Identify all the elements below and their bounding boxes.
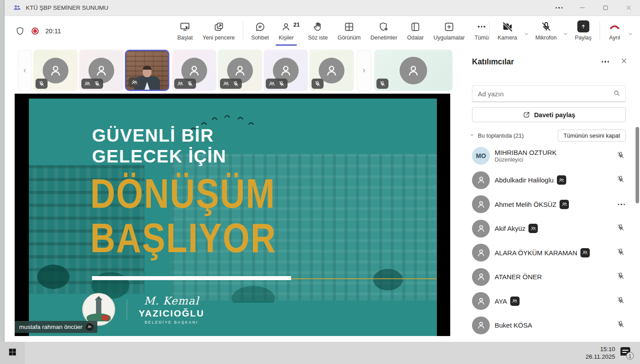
close-button[interactable] — [617, 0, 640, 16]
view-button[interactable]: Görünüm — [332, 16, 365, 46]
meeting-toolbar: 20:11 Başlat Yeni pencere Sohbet 21 — [4, 16, 640, 46]
signature-name: YAZICIOĞLU — [139, 308, 204, 319]
avatar — [472, 244, 490, 261]
screen-share-icon — [179, 21, 191, 32]
apps-button[interactable]: Uygulamalar — [429, 16, 470, 46]
participant-row[interactable]: Abdulkadir Haliloglu — [472, 168, 630, 193]
participant-row[interactable]: MO MIHRIBAN OZTURK Düzenleyici — [472, 144, 630, 168]
mic-off-icon[interactable] — [616, 223, 625, 233]
slide-title-word2: BAŞLIYOR — [90, 218, 276, 258]
system-tray: 15:10 26.11.2025 1 — [585, 342, 634, 364]
participant-tile[interactable] — [79, 50, 124, 91]
people-button[interactable]: 21 Kişiler — [274, 16, 299, 46]
attendee-icon — [131, 79, 138, 86]
avatar — [472, 317, 490, 334]
participant-name: Buket KÖSA — [495, 321, 532, 329]
slide-heading: GÜVENLİ BİR GELECEK İÇİN — [92, 125, 226, 167]
participant-tile[interactable] — [309, 50, 354, 91]
participant-row[interactable]: Ahmet Melih ÖKSÜZ — [472, 192, 630, 217]
participant-tile[interactable] — [172, 50, 216, 91]
presenter-name-pill: mustafa rahman öncüer — [15, 321, 97, 333]
apps-label: Uygulamalar — [434, 35, 465, 41]
participant-tile[interactable] — [33, 50, 78, 91]
rooms-button[interactable]: Odalar — [402, 16, 429, 46]
taskbar-clock[interactable]: 15:10 26.11.2025 — [585, 345, 615, 360]
attendee-icon — [268, 80, 275, 87]
raise-hand-button[interactable]: Söz iste — [303, 16, 332, 46]
attendee-badge-icon — [560, 200, 569, 209]
camera-button[interactable]: Kamera — [493, 16, 522, 46]
window-more-button[interactable] — [548, 0, 571, 16]
participant-tile[interactable] — [264, 50, 308, 91]
start-button[interactable] — [0, 342, 25, 364]
chat-button[interactable]: Sohbet — [246, 16, 274, 46]
people-icon — [280, 21, 292, 32]
participant-role: Düzenleyici — [495, 157, 556, 163]
attendee-badge-icon — [510, 297, 520, 306]
search-input[interactable] — [472, 90, 613, 98]
participant-row[interactable]: ALARA ÖYKÜM KARAMAN — [472, 241, 630, 265]
more-options-icon[interactable] — [618, 204, 625, 206]
start-presenting-button[interactable]: Başlat — [172, 16, 198, 46]
share-invite-button[interactable]: Daveti paylaş — [472, 107, 626, 122]
toolbar-divider — [243, 21, 243, 40]
ellipsis-icon — [478, 26, 485, 28]
slide-title-word1: DÖNÜŞÜM — [90, 173, 276, 214]
participant-search — [472, 85, 626, 102]
windows-logo-icon — [8, 348, 17, 358]
mic-off-icon[interactable] — [616, 151, 625, 161]
rooms-icon — [410, 21, 421, 32]
mic-button[interactable]: Mikrofon — [531, 16, 562, 46]
minimize-button[interactable] — [571, 0, 594, 16]
share-button[interactable]: Paylaş — [570, 16, 596, 46]
toolbar-center: Başlat Yeni pencere Sohbet 21 Kişiler — [172, 16, 494, 46]
mic-options-chevron[interactable] — [561, 22, 570, 46]
avatar — [472, 195, 490, 213]
attendee-icon — [86, 323, 93, 331]
new-window-button[interactable]: Yeni pencere — [198, 16, 240, 46]
avatar — [400, 57, 427, 84]
panel-scrollbar[interactable] — [636, 127, 639, 203]
participant-name: ATANER ÖNER — [495, 273, 542, 281]
mic-off-icon — [232, 80, 239, 87]
toolbar-divider — [600, 21, 600, 40]
leave-button[interactable]: Ayrıl — [603, 16, 626, 46]
attendee-icon — [223, 80, 229, 87]
presenter-name: mustafa rahman öncüer — [19, 324, 83, 330]
mic-off-icon[interactable] — [616, 320, 625, 330]
strip-next-button[interactable] — [357, 50, 371, 91]
rooms-label: Odalar — [407, 35, 424, 41]
participant-row[interactable]: Buket KÖSA — [472, 313, 630, 338]
apps-plus-icon — [444, 21, 455, 32]
notification-button[interactable]: 1 — [620, 346, 634, 360]
signature-role: BELEDİYE BAŞKANI — [139, 320, 204, 324]
camera-label: Kamera — [498, 35, 517, 41]
avatar-initials: MO — [472, 147, 490, 165]
mic-off-icon[interactable] — [616, 175, 625, 185]
strip-prev-button[interactable] — [18, 50, 32, 91]
mic-off-icon — [38, 80, 45, 87]
panel-more-button[interactable] — [598, 59, 613, 64]
chevron-down-icon[interactable] — [469, 131, 475, 139]
participant-row[interactable]: AYA — [472, 289, 630, 313]
participant-row[interactable]: Akif Akyüz — [472, 217, 630, 241]
controls-button[interactable]: Denetimler — [366, 16, 402, 46]
window-titlebar: KTÜ ŞBP SEMİNER SUNUMU — [4, 0, 640, 16]
participant-tile[interactable] — [218, 50, 262, 91]
panel-close-button[interactable] — [617, 55, 631, 68]
active-speaker-tile[interactable] — [125, 50, 169, 91]
mic-label: Mikrofon — [536, 35, 557, 41]
mic-off-icon[interactable] — [616, 296, 625, 306]
recording-icon — [30, 26, 40, 36]
mic-off-icon — [278, 80, 285, 87]
toolbar-right: Kamera Mikrofon Paylaş Ayrıl — [486, 16, 635, 46]
view-grid-icon — [344, 21, 355, 32]
participant-row[interactable]: ATANER ÖNER — [472, 265, 630, 289]
mic-off-icon[interactable] — [616, 248, 625, 258]
leave-options-chevron[interactable] — [626, 22, 635, 46]
mute-all-button[interactable]: Tümünün sesini kapat — [558, 130, 626, 142]
camera-options-chevron[interactable] — [522, 22, 531, 46]
maximize-button[interactable] — [594, 0, 617, 16]
participant-tile-wide[interactable] — [374, 50, 452, 91]
mic-off-icon[interactable] — [616, 272, 625, 282]
